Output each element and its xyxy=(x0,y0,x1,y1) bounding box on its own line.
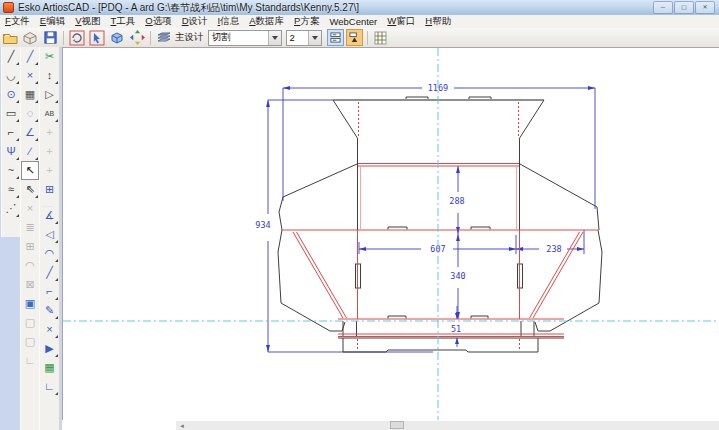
measure-tool[interactable]: ∕ xyxy=(21,142,39,161)
snap-toggle-icon[interactable] xyxy=(346,29,363,46)
style-table-icon[interactable] xyxy=(372,29,390,46)
menu-item[interactable]: F文件 xyxy=(0,15,35,28)
duplicate-tool: ⊞ xyxy=(21,237,39,256)
layers-icon[interactable] xyxy=(155,29,173,46)
ab-dim-tool[interactable]: AB xyxy=(40,104,59,123)
layer-dropdown-value: 切割 xyxy=(209,31,268,44)
corner-gray-tool: ∟ xyxy=(21,351,39,370)
minimize-button[interactable]: ─ xyxy=(653,1,673,14)
geometry-toolbar: ╱◡⊙▭⌐Ψ~≈⋰ xyxy=(1,47,21,237)
circle2-tool[interactable]: ◌ xyxy=(21,104,39,123)
pointer-box-icon[interactable] xyxy=(88,29,106,46)
bezier-tool[interactable]: ~ xyxy=(2,161,20,180)
layer-dropdown[interactable]: 切割 xyxy=(208,30,282,46)
app-icon xyxy=(3,2,14,13)
rebuild-icon[interactable] xyxy=(68,29,86,46)
menu-item[interactable]: D设计 xyxy=(177,15,213,28)
outline-tool: ▢ xyxy=(21,332,39,351)
print-box-icon[interactable] xyxy=(21,29,39,46)
tool-dock: ╱◡⊙▭⌐Ψ~≈⋰ ╱×▦◌∠∕↖⇖×≣⊞◠⊠▣▢▢∟ ✂↕▷AB+++⊞∡◁◠… xyxy=(0,47,62,430)
cube-icon[interactable] xyxy=(108,29,126,46)
point-line-tool[interactable]: ⋰ xyxy=(2,199,20,218)
menu-item[interactable]: H帮助 xyxy=(420,15,456,28)
branch-tool[interactable]: Ψ xyxy=(2,142,20,161)
delete-tool: × xyxy=(21,199,39,218)
dim-total-height: 934 xyxy=(255,220,270,230)
direction-tool[interactable]: ▶ xyxy=(40,339,59,358)
menu-item[interactable]: W窗口 xyxy=(382,15,420,28)
break-tool[interactable]: × xyxy=(40,320,59,339)
app-window: Esko ArtiosCAD - [PDQ - A ard G:\春节战利品\t… xyxy=(0,0,719,430)
arc-tangent-tool[interactable]: ◠ xyxy=(40,244,59,263)
menu-item[interactable]: A数据库 xyxy=(244,15,289,28)
curve-tool[interactable]: ◡ xyxy=(2,66,20,85)
pan-up-tool: + xyxy=(40,123,59,142)
rect-select-tool: ⊠ xyxy=(21,275,39,294)
line-tool[interactable]: ╱ xyxy=(2,47,20,66)
bottom-bar: ◂ xyxy=(62,420,719,430)
layers-tool: ≣ xyxy=(21,218,39,237)
fillet-tool[interactable]: ⌐ xyxy=(2,123,20,142)
menu-item[interactable]: E编辑 xyxy=(35,15,70,28)
arc-modify-tool: ◠ xyxy=(21,256,39,275)
circle-tool[interactable]: ⊙ xyxy=(2,85,20,104)
dieline-cut-lines xyxy=(278,97,602,352)
dimension-lines xyxy=(268,88,595,352)
move-node-tool[interactable]: ↕ xyxy=(40,66,59,85)
wave-tool[interactable]: ≈ xyxy=(2,180,20,199)
angle-dim-tool[interactable]: ∡ xyxy=(40,206,59,225)
save-icon[interactable] xyxy=(41,29,59,46)
open-icon[interactable] xyxy=(1,29,19,46)
dimension-witness-lines xyxy=(268,88,595,352)
dimension-arrowheads xyxy=(266,86,595,352)
drawing-canvas[interactable]: 1169 934 288 607 238 340 51 xyxy=(62,47,719,420)
menu-item[interactable]: T工具 xyxy=(106,15,141,28)
layer-toggle-icon[interactable] xyxy=(327,29,344,46)
toolbar-separator xyxy=(40,199,59,206)
menu-item[interactable]: O选项 xyxy=(140,15,176,28)
chevron-down-icon xyxy=(268,31,281,45)
rectangle-tool[interactable]: ▭ xyxy=(2,104,20,123)
counter-table-tool[interactable]: ▦ xyxy=(40,358,59,377)
zoom-dropdown[interactable]: 2 xyxy=(286,30,322,46)
line-angle-tool[interactable]: ╱ xyxy=(40,263,59,282)
maximize-button[interactable]: ▢ xyxy=(674,1,694,14)
dim-lid-depth: 288 xyxy=(449,196,464,206)
intersect-tool[interactable]: × xyxy=(21,66,39,85)
dim-flap: 51 xyxy=(451,324,461,334)
scroll-left-button[interactable]: ◂ xyxy=(176,421,188,430)
menu-bar: F文件E编辑V视图T工具O选项D设计I信息A数据库P方案WebCenterW窗口… xyxy=(0,15,719,29)
menu-item[interactable]: V视图 xyxy=(70,15,105,28)
dimension-labels: 1169 934 288 607 238 340 51 xyxy=(255,83,561,334)
select-tool[interactable]: ↖ xyxy=(21,161,39,180)
edit-line-tool[interactable]: ✎ xyxy=(40,301,59,320)
close-button[interactable]: ✕ xyxy=(695,1,715,14)
alignment-guides xyxy=(63,48,719,421)
window-title: Esko ArtiosCAD - [PDQ - A ard G:\春节战利品\t… xyxy=(18,1,359,15)
plot-output-tool[interactable]: ✂ xyxy=(40,47,59,66)
scrollbar-thumb[interactable] xyxy=(390,421,404,429)
dim-side-panel: 238 xyxy=(546,244,561,254)
menu-item[interactable]: I信息 xyxy=(213,15,245,28)
chevron-down-icon xyxy=(308,31,321,45)
angle-lines-tool[interactable]: ∠ xyxy=(21,123,39,142)
workspace-icon[interactable] xyxy=(128,29,146,46)
horizontal-scrollbar[interactable] xyxy=(188,421,719,430)
menu-item[interactable]: P方案 xyxy=(289,15,324,28)
zoom-dropdown-value: 2 xyxy=(287,32,308,43)
copy-3d-tool: ▢ xyxy=(21,313,39,332)
view-toolbar: ✂↕▷AB+++⊞∡◁◠╱⌐✎×▶▦∟ xyxy=(39,47,60,430)
stair-step-tool[interactable]: ∟ xyxy=(40,377,59,396)
edit-toolbar: ╱×▦◌∠∕↖⇖×≣⊞◠⊠▣▢▢∟ xyxy=(20,47,40,430)
line2-tool[interactable]: ╱ xyxy=(21,47,39,66)
group-select-tool[interactable]: ⇖ xyxy=(21,180,39,199)
taper-tool[interactable]: ◁ xyxy=(40,225,59,244)
menu-item[interactable]: WebCenter xyxy=(324,16,382,27)
offset-tool[interactable]: ⌐ xyxy=(40,282,59,301)
rotate-shape-tool[interactable]: ▷ xyxy=(40,85,59,104)
pan-down-tool: + xyxy=(40,161,59,180)
design-mode-label[interactable]: 主设计 xyxy=(175,31,204,44)
hatch-tool[interactable]: ▦ xyxy=(21,85,39,104)
title-bar: Esko ArtiosCAD - [PDQ - A ard G:\春节战利品\t… xyxy=(0,0,719,15)
convert-3d-tool[interactable]: ▣ xyxy=(21,294,39,313)
